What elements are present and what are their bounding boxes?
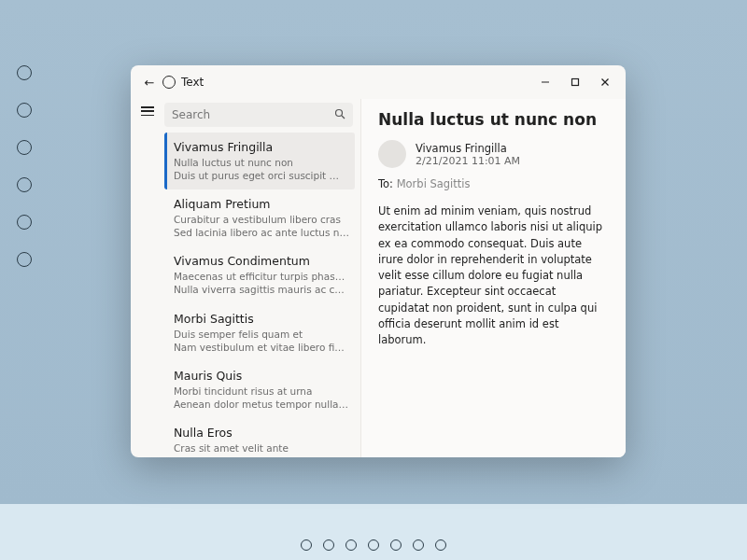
pager-dot[interactable] bbox=[390, 539, 402, 551]
pager-dot[interactable] bbox=[323, 539, 334, 551]
content-area: Search Vivamus FringillaNulla luctus ut … bbox=[131, 99, 626, 457]
pager-dot[interactable] bbox=[301, 539, 312, 551]
sender-row: Vivamus Fringilla 2/21/2021 11:01 AM bbox=[378, 140, 609, 168]
titlebar: ← Text bbox=[131, 65, 626, 99]
list-item[interactable]: Vivamus CondimentumMaecenas ut efficitur… bbox=[164, 246, 359, 303]
search-icon bbox=[334, 108, 345, 122]
list-item[interactable]: Mauris QuisMorbi tincidunt risus at urna… bbox=[164, 361, 359, 418]
message-subject: Nulla luctus ut nunc non bbox=[378, 110, 609, 129]
sender-name: Vivamus Fringilla bbox=[416, 142, 520, 155]
to-row: To: Morbi Sagittis bbox=[378, 177, 609, 190]
list-item-line2: Maecenas ut efficitur turpis phasellus bbox=[174, 270, 349, 283]
desktop-icon[interactable] bbox=[17, 65, 32, 80]
nav-rail bbox=[131, 99, 164, 457]
list-item-line2: Morbi tincidunt risus at urna bbox=[174, 385, 349, 398]
detail-pane: Nulla luctus ut nunc non Vivamus Fringil… bbox=[360, 99, 626, 457]
list-item-line3: Nulla viverra sagittis mauris ac convall… bbox=[174, 283, 349, 296]
desktop-icon[interactable] bbox=[17, 140, 32, 155]
list-item-line3: Nam vestibulum et vitae libero finibus e… bbox=[174, 341, 349, 354]
maximize-button[interactable] bbox=[560, 69, 590, 95]
pager-dot[interactable] bbox=[345, 539, 357, 551]
list-item-title: Aliquam Pretium bbox=[174, 197, 349, 213]
list-item[interactable]: Vivamus FringillaNulla luctus ut nunc no… bbox=[164, 133, 355, 189]
list-item-title: Nulla Eros bbox=[174, 426, 349, 441]
minimize-button[interactable] bbox=[530, 69, 560, 95]
desktop-icon[interactable] bbox=[17, 177, 32, 192]
list-item[interactable]: Aliquam PretiumCurabitur a vestibulum li… bbox=[164, 189, 359, 246]
list-item-line2: Duis semper felis quam et bbox=[174, 328, 349, 341]
list-item-line3: Sed lacinia libero ac ante luctus nec in… bbox=[174, 226, 349, 239]
app-icon bbox=[162, 76, 176, 89]
back-button[interactable]: ← bbox=[140, 76, 159, 90]
to-value: Morbi Sagittis bbox=[397, 177, 471, 190]
sender-date: 2/21/2021 11:01 AM bbox=[416, 155, 520, 167]
pager-dot[interactable] bbox=[368, 539, 379, 551]
list-item-title: Morbi Sagittis bbox=[174, 312, 349, 328]
list-item[interactable]: Nulla ErosCras sit amet velit anteEtiam … bbox=[164, 418, 359, 457]
desktop-icon[interactable] bbox=[17, 103, 32, 118]
pager-dot[interactable] bbox=[435, 539, 446, 551]
to-label: To: bbox=[378, 177, 393, 190]
desktop-icon[interactable] bbox=[17, 252, 32, 267]
list-pane: Search Vivamus FringillaNulla luctus ut … bbox=[164, 99, 360, 457]
list-item-line3: Aenean dolor metus tempor nulla ac dapib… bbox=[174, 398, 349, 411]
list-item-line2: Curabitur a vestibulum libero cras bbox=[174, 213, 349, 226]
list-item-line3: Duis ut purus eget orci suscipit malesua… bbox=[174, 169, 345, 182]
pager-dot[interactable] bbox=[413, 539, 424, 551]
desktop-icons bbox=[17, 65, 32, 267]
svg-rect-1 bbox=[572, 79, 579, 86]
avatar bbox=[378, 140, 406, 168]
search-input[interactable]: Search bbox=[164, 103, 353, 127]
message-list: Vivamus FringillaNulla luctus ut nunc no… bbox=[164, 133, 360, 457]
list-item-title: Vivamus Condimentum bbox=[174, 254, 349, 270]
list-item-title: Mauris Quis bbox=[174, 369, 349, 385]
list-item-line3: Etiam id consequat augue nam tincidunt bbox=[174, 455, 349, 457]
search-placeholder: Search bbox=[172, 108, 334, 121]
hamburger-icon[interactable] bbox=[141, 106, 154, 116]
window-title: Text bbox=[181, 76, 204, 89]
close-button[interactable] bbox=[590, 69, 620, 95]
list-item-title: Vivamus Fringilla bbox=[174, 140, 345, 156]
list-item-line2: Nulla luctus ut nunc non bbox=[174, 156, 345, 169]
svg-point-4 bbox=[336, 109, 343, 116]
desktop-icon[interactable] bbox=[17, 215, 32, 230]
svg-line-5 bbox=[342, 116, 345, 119]
pager bbox=[0, 539, 747, 551]
message-body: Ut enim ad minim veniam, quis nostrud ex… bbox=[378, 203, 609, 348]
list-item-line2: Cras sit amet velit ante bbox=[174, 441, 349, 455]
list-item[interactable]: Morbi SagittisDuis semper felis quam etN… bbox=[164, 304, 359, 361]
app-window: ← Text Search bbox=[131, 65, 626, 457]
